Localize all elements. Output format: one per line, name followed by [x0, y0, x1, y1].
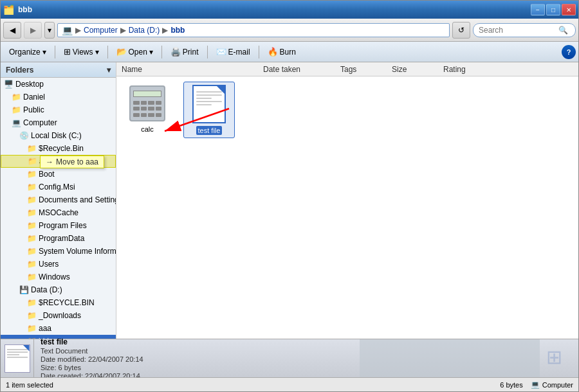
file-size-label: 6 bytes: [500, 381, 522, 389]
status-right: 6 bytes 💻 Computer: [500, 380, 573, 389]
folder-icon: 📁: [26, 195, 37, 205]
search-icon: 🔍: [558, 26, 568, 35]
sidebar-item-recycle-d[interactable]: 📁 $RECYCLE.BIN: [1, 296, 116, 309]
address-bar: ◀ ▶ ▾ 💻 ▶ Computer ▶ Data (D:) ▶ bbb ↺ 🔍: [1, 19, 578, 42]
sidebar-item-local-c[interactable]: 💿 Local Disk (C:): [1, 129, 116, 142]
title-bar-buttons: − □ ✕: [531, 4, 576, 15]
burn-button[interactable]: 🔥 Burn: [262, 44, 302, 60]
sidebar-item-recycle-bin[interactable]: 📁 $Recycle.Bin: [1, 142, 116, 155]
folder-icon: 📁: [26, 208, 37, 218]
sidebar-item-docs-settings[interactable]: 📁 Documents and Settings: [1, 193, 116, 206]
status-bar: test file Text Document Date modified: 2…: [1, 339, 578, 377]
sidebar-item-system-volume[interactable]: 📁 System Volume Information: [1, 245, 116, 258]
email-button[interactable]: ✉️ E-mail: [210, 44, 256, 60]
dropdown-icon: ▾: [149, 48, 153, 57]
sidebar-item-boot[interactable]: 📁 Boot: [1, 168, 116, 181]
move-tooltip: → Move to aaa: [40, 156, 104, 168]
txt-file-icon: [190, 85, 228, 123]
folder-icon: 📁: [26, 259, 37, 269]
sidebar-item-programdata[interactable]: 📁 ProgramData: [1, 232, 116, 245]
folder-icon: 📁: [26, 169, 37, 179]
file-icon-list: calc: [122, 82, 573, 138]
folder-icon: 📁: [26, 220, 37, 231]
sidebar-item-program-files[interactable]: 📁 Program Files: [1, 219, 116, 232]
toolbar-separator-3: [161, 46, 162, 58]
status-metadata-preview: [360, 339, 540, 377]
refresh-button[interactable]: ↺: [452, 22, 470, 39]
views-button[interactable]: ⊞ Views ▾: [58, 44, 105, 60]
close-button[interactable]: ✕: [562, 4, 576, 15]
file-item-calc[interactable]: calc: [122, 82, 173, 136]
sidebar-item-msocache[interactable]: 📁 MSOCache: [1, 206, 116, 219]
sidebar-item-aaa[interactable]: 📁 aaa → Move to aaa: [1, 155, 116, 168]
col-tags-header[interactable]: Tags: [340, 65, 392, 74]
file-item-test[interactable]: test file: [183, 82, 235, 138]
drive-icon: 💾: [19, 285, 29, 295]
file-view[interactable]: calc: [116, 76, 578, 339]
col-rating-header[interactable]: Rating: [443, 65, 495, 74]
toolbar-separator-2: [107, 46, 108, 58]
sidebar-item-daniel[interactable]: 📁 Daniel: [1, 91, 116, 103]
folder-icon: 📁: [26, 246, 37, 256]
organize-button[interactable]: Organize ▾: [3, 44, 52, 60]
folder-icon: 📁: [26, 298, 37, 308]
folder-icon: 📁: [26, 182, 37, 192]
folder-icon: 📁: [26, 310, 37, 321]
col-name-header[interactable]: Name: [122, 65, 263, 74]
sidebar-item-aaa-d[interactable]: 📁 aaa: [1, 322, 116, 335]
maximize-button[interactable]: □: [546, 4, 560, 15]
item-count-label: 1 item selected: [6, 381, 53, 389]
back-button[interactable]: ◀: [3, 22, 21, 39]
open-button[interactable]: 📂 Open ▾: [111, 44, 159, 60]
explorer-window: 🗂️ bbb − □ ✕ ◀ ▶ ▾ 💻 ▶ Computer ▶ Data (…: [0, 0, 579, 392]
status-size: Size: 6 bytes: [41, 364, 353, 371]
toolbar-separator-4: [207, 46, 208, 58]
sidebar-item-downloads[interactable]: 📁 _Downloads: [1, 309, 116, 322]
status-filetype: Text Document: [41, 347, 353, 355]
path-computer[interactable]: Computer: [84, 26, 118, 35]
help-button[interactable]: ?: [562, 45, 576, 59]
forward-button[interactable]: ▶: [24, 22, 42, 39]
sidebar: Folders ▾ 🖥️ Desktop 📁 Daniel 📁 Public: [1, 62, 116, 339]
dropdown-icon: ▾: [42, 48, 46, 57]
status-modified: Date modified: 22/04/2007 20:14: [41, 355, 353, 363]
print-button[interactable]: 🖨️ Print: [165, 44, 205, 60]
sidebar-tree[interactable]: 🖥️ Desktop 📁 Daniel 📁 Public 💻 Computer: [1, 78, 116, 339]
path-bbb[interactable]: bbb: [170, 26, 185, 35]
folder-icon: 📁: [27, 156, 37, 166]
monitor-icon: 💻: [531, 380, 540, 389]
column-header: Name Date taken Tags Size Rating: [116, 62, 578, 76]
move-arrow-icon: →: [46, 157, 53, 166]
status-bottom: 1 item selected 6 bytes 💻 Computer: [1, 377, 578, 391]
main-content: Folders ▾ 🖥️ Desktop 📁 Daniel 📁 Public: [1, 62, 578, 339]
address-path[interactable]: 💻 ▶ Computer ▶ Data (D:) ▶ bbb: [57, 23, 450, 37]
dropdown-button[interactable]: ▾: [44, 22, 55, 39]
status-file-info: test file Text Document Date modified: 2…: [34, 339, 360, 377]
sidebar-item-config-msi[interactable]: 📁 Config.Msi: [1, 181, 116, 193]
sidebar-item-data-d[interactable]: 💾 Data (D:): [1, 283, 116, 296]
computer-label: Computer: [542, 381, 573, 389]
sidebar-item-desktop[interactable]: 🖥️ Desktop: [1, 78, 116, 91]
sidebar-item-computer[interactable]: 💻 Computer: [1, 116, 116, 129]
sidebar-collapse-icon[interactable]: ▾: [107, 66, 111, 75]
sidebar-item-users[interactable]: 📁 Users: [1, 258, 116, 271]
search-input[interactable]: [479, 26, 556, 35]
window-icon: 🗂️: [3, 4, 14, 15]
minimize-button[interactable]: −: [531, 4, 545, 15]
toolbar: Organize ▾ ⊞ Views ▾ 📂 Open ▾ 🖨️ Print ✉…: [1, 42, 578, 62]
tooltip-label: Move to aaa: [56, 157, 98, 166]
sidebar-item-public[interactable]: 📁 Public: [1, 103, 116, 116]
path-data[interactable]: Data (D:): [129, 26, 160, 35]
calc-file-icon: [128, 84, 167, 123]
folder-icon: 📁: [26, 323, 37, 334]
sidebar-item-windows[interactable]: 📁 Windows: [1, 271, 116, 283]
col-date-header[interactable]: Date taken: [263, 65, 340, 74]
computer-status: 💻 Computer: [531, 380, 573, 389]
computer-icon: 💻: [11, 118, 21, 128]
window-title: bbb: [18, 5, 32, 14]
title-bar: 🗂️ bbb − □ ✕: [1, 1, 578, 19]
toolbar-separator-5: [259, 46, 259, 58]
folder-icon: 📁: [11, 92, 21, 102]
col-size-header[interactable]: Size: [392, 65, 443, 74]
test-file-label: test file: [196, 126, 223, 135]
